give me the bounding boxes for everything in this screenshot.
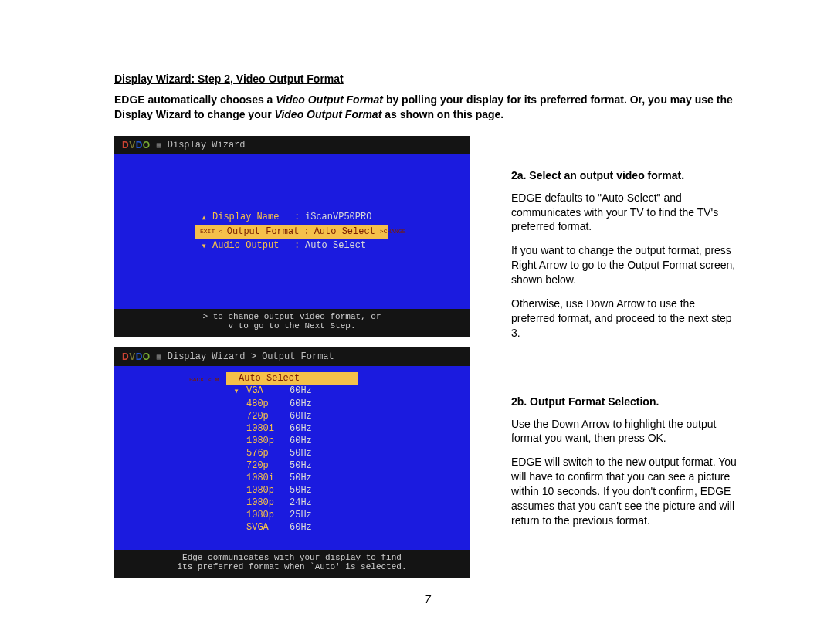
format-row: 1080p24Hz	[226, 497, 358, 509]
arrow-icon: ▴	[200, 212, 208, 223]
screenshot-display-wizard: DVDO ▦ Display Wizard ▴Display Name:iSca…	[114, 136, 470, 337]
format-name: 1080p	[246, 497, 283, 508]
arrow-icon: ▾	[232, 385, 240, 397]
para-2a-3: Otherwise, use Down Arrow to use the pre…	[511, 297, 741, 341]
format-row: BACK < ⊛Auto Select	[226, 372, 358, 385]
format-hz: 50Hz	[290, 460, 312, 471]
screen1-foot-line2: v to go to the Next Step.	[114, 321, 470, 330]
screen2-breadcrumb: Display Wizard > Output Format	[168, 351, 334, 362]
sub-heading-2a: 2a. Select an output video format.	[511, 168, 741, 183]
format-row: 1080i60Hz	[226, 422, 358, 435]
format-hz: 60Hz	[290, 436, 312, 446]
format-row: 576p50Hz	[226, 447, 358, 459]
intro-ital-d: Video Output Format	[275, 108, 382, 120]
format-name: 1080i	[246, 423, 283, 434]
screenshot-output-format: DVDO ▦ Display Wizard > Output Format BA…	[114, 347, 470, 578]
dvdo-logo: DVDO	[122, 351, 151, 362]
change-tag: >CHANGE	[380, 228, 406, 235]
arrow-icon	[232, 485, 240, 496]
logo-mark: ▦	[157, 352, 161, 361]
row-value: Auto Select	[314, 226, 375, 237]
format-hz: 50Hz	[290, 448, 312, 459]
screen1-foot-line1: > to change output video format, or	[114, 312, 470, 321]
arrow-icon	[232, 398, 240, 409]
format-row: 480p60Hz	[226, 398, 358, 410]
section-heading: Display Wizard: Step 2, Video Output For…	[114, 73, 741, 85]
format-row: 720p60Hz	[226, 410, 358, 422]
intro-text-e: as shown on this page.	[381, 108, 503, 120]
row-sep: :	[294, 240, 300, 251]
page-number: 7	[114, 593, 741, 605]
format-hz: 60Hz	[290, 411, 312, 422]
format-hz: 60Hz	[290, 385, 312, 397]
columns: DVDO ▦ Display Wizard ▴Display Name:iSca…	[114, 136, 741, 578]
arrow-icon	[232, 411, 240, 422]
logo-mark: ▦	[157, 141, 161, 150]
row-label: Display Name	[212, 212, 290, 222]
format-row: ▾VGA60Hz	[226, 385, 358, 398]
dvdo-logo: DVDO	[122, 140, 151, 151]
arrow-icon	[232, 522, 240, 533]
left-column: DVDO ▦ Display Wizard ▴Display Name:iSca…	[114, 136, 470, 578]
format-row: 1080p60Hz	[226, 435, 358, 447]
format-name: 576p	[246, 448, 283, 459]
screen2-titlebar: DVDO ▦ Display Wizard > Output Format	[114, 347, 470, 366]
format-name: 1080p	[246, 436, 283, 446]
format-hz: 25Hz	[290, 510, 312, 520]
format-name: 720p	[246, 460, 283, 471]
arrow-icon	[232, 436, 240, 446]
format-name: Auto Select	[239, 373, 300, 384]
arrow-icon: ▾	[200, 240, 208, 252]
format-name: 480p	[246, 398, 283, 409]
screen2-footer: Edge communicates with your display to f…	[114, 550, 470, 578]
intro-text-a: EDGE automatically chooses a	[114, 93, 276, 106]
intro-ital-b: Video Output Format	[276, 93, 383, 106]
format-hz: 60Hz	[290, 398, 312, 409]
screen1-footer: > to change output video format, or v to…	[114, 309, 470, 337]
menu-row: ▾Audio Output:Auto Select	[195, 239, 388, 253]
screen2-foot-line1: Edge communicates with your display to f…	[114, 553, 470, 562]
menu-row: EXIT <Output Format:Auto Select>CHANGE	[195, 225, 388, 239]
para-2b-1: Use the Down Arrow to highlight the outp…	[511, 417, 741, 446]
para-2b-2: EDGE will switch to the new output forma…	[511, 455, 741, 527]
row-value: iScanVP50PRO	[305, 212, 384, 222]
right-column: 2a. Select an output video format. EDGE …	[511, 136, 741, 537]
format-name: 1080i	[246, 473, 283, 483]
format-name: 1080p	[246, 485, 283, 496]
row-label: Output Format	[227, 226, 300, 237]
para-2a-1: EDGE defaults to "Auto Select" and commu…	[511, 191, 741, 235]
arrow-icon	[232, 473, 240, 483]
arrow-icon	[232, 497, 240, 508]
format-name: 1080p	[246, 510, 283, 520]
arrow-icon	[232, 510, 240, 520]
screen1-breadcrumb: Display Wizard	[168, 140, 246, 151]
format-name: 720p	[246, 411, 283, 422]
row-value: Auto Select	[305, 240, 384, 251]
arrow-icon	[232, 460, 240, 471]
para-2a-2: If you want to change the output format,…	[511, 243, 741, 287]
sub-heading-2b: 2b. Output Format Selection.	[511, 395, 741, 409]
screen1-titlebar: DVDO ▦ Display Wizard	[114, 136, 470, 154]
format-row: 1080p25Hz	[226, 509, 358, 521]
arrow-icon	[232, 423, 240, 434]
format-name: SVGA	[246, 522, 283, 533]
menu-row: ▴Display Name:iScanVP50PRO	[195, 210, 388, 225]
row-sep: :	[303, 226, 309, 237]
intro-paragraph: EDGE automatically chooses a Video Outpu…	[114, 93, 741, 122]
format-hz: 24Hz	[290, 497, 312, 508]
format-hz: 60Hz	[290, 423, 312, 434]
screen2-foot-line2: its preferred format when `Auto' is sele…	[114, 562, 470, 571]
format-row: 1080p50Hz	[226, 484, 358, 497]
screen1-body: ▴Display Name:iScanVP50PROEXIT <Output F…	[114, 154, 470, 309]
document-page: Display Wizard: Step 2, Video Output For…	[0, 0, 834, 629]
exit-tag: EXIT <	[200, 228, 222, 235]
screen2-list: BACK < ⊛Auto Select▾VGA60Hz480p60Hz720p6…	[226, 372, 358, 550]
format-row: SVGA60Hz	[226, 521, 358, 534]
arrow-icon	[232, 448, 240, 459]
row-sep: :	[294, 212, 300, 222]
format-hz: 60Hz	[290, 522, 312, 533]
format-name: VGA	[246, 385, 283, 397]
format-hz: 50Hz	[290, 473, 312, 483]
screen1-menu: ▴Display Name:iScanVP50PROEXIT <Output F…	[195, 210, 388, 253]
format-row: 1080i50Hz	[226, 472, 358, 484]
